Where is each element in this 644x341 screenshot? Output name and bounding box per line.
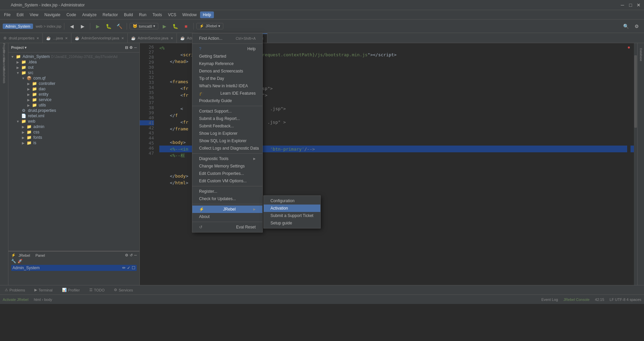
jrebel-btn[interactable]: ⚡ JRebel ▾ [196, 23, 223, 29]
tree-fonts[interactable]: ▶ 📁 fonts [8, 135, 139, 140]
tree-web[interactable]: ▼ 📁 web [8, 119, 139, 124]
toolbar-back[interactable]: ◀ [67, 22, 76, 31]
menu-view[interactable]: View [27, 11, 41, 18]
activate-jrebel[interactable]: Activate JRebel [3, 298, 28, 302]
jrebel-refresh-btn[interactable]: ↺ [130, 253, 133, 257]
menu-code[interactable]: Code [64, 11, 79, 18]
tree-out[interactable]: ▶ 📁 out [8, 65, 139, 70]
tab-close-adminservice[interactable]: ✕ [170, 36, 173, 40]
minimize-button[interactable]: ─ [620, 2, 625, 8]
menu-help[interactable]: Help [200, 11, 214, 18]
tree-druid-label: druid.properties [28, 108, 56, 113]
tree-src[interactable]: ▼ 📁 src [8, 70, 139, 75]
tab-indexjsp[interactable]: 📄 index.jsp ✕ [234, 33, 267, 43]
editor-area[interactable]: 2627282930 3132333435 3637383940 4142434… [140, 43, 637, 285]
tomcat-selector[interactable]: 🐱 tomcat8 ▾ [130, 23, 158, 29]
maximize-button[interactable]: □ [628, 2, 633, 8]
toolbar-debug[interactable]: 🐛 [104, 22, 113, 31]
code-line-47 [159, 186, 635, 193]
bottom-tab-profiler[interactable]: 📊 Profiler [60, 287, 82, 293]
jrebel-tool2[interactable]: 🚀 [18, 259, 23, 264]
code-line-45: </body> [159, 173, 635, 179]
toolbar-forward[interactable]: ▶ [78, 22, 87, 31]
menu-analyze[interactable]: Analyze [79, 11, 99, 18]
jrebel-item-check[interactable]: ✓ [127, 266, 130, 270]
right-icon-database[interactable]: Database [638, 44, 644, 65]
menu-vcs[interactable]: VCS [165, 11, 179, 18]
tree-admin[interactable]: ▶ 📁 admin [8, 124, 139, 129]
run-config-btn[interactable]: ▶ [160, 22, 169, 31]
bottom-tab-terminal[interactable]: ▶ Terminal [32, 287, 55, 293]
jrebel-settings-btn[interactable]: ⚙ [125, 253, 128, 257]
menu-file[interactable]: File [1, 11, 13, 18]
services-label: Services [119, 288, 133, 292]
jrebel-item-edit[interactable]: ✏ [122, 266, 126, 270]
tab-adminservice[interactable]: ☕ AdminService.java ✕ [128, 33, 177, 43]
tab-icon3: ☕ [75, 36, 79, 40]
tab-close-adminloginservlet[interactable]: ✕ [228, 36, 230, 40]
toolbar-sep2 [90, 23, 90, 30]
menu-window[interactable]: Window [180, 11, 199, 18]
scrollbar-track[interactable] [634, 43, 637, 285]
tree-utils[interactable]: ▶ 📁 utils [8, 102, 139, 108]
jrebel-console[interactable]: JRebel Console [564, 298, 590, 302]
profiler-label: Profiler [68, 288, 80, 292]
menu-edit[interactable]: Edit [14, 11, 26, 18]
code-line-44 [159, 166, 635, 173]
menu-navigate[interactable]: Navigate [42, 11, 63, 18]
tree-entity[interactable]: ▶ 📁 entity [8, 92, 139, 97]
toolbar-build[interactable]: 🔨 [115, 22, 124, 31]
tree-root[interactable]: ▼ 📁 Admin_System D:\JavaEE_2104\day-37\E… [8, 54, 139, 59]
tree-is[interactable]: ▶ 📁 is [8, 140, 139, 146]
scrollbar-thumb[interactable] [634, 55, 637, 128]
code-line-36: </f [159, 112, 635, 119]
code-line-39 [159, 132, 635, 139]
menu-refactor[interactable]: Refactor [100, 11, 121, 18]
tree-fonts-label: fonts [33, 135, 42, 140]
tab-close-druid[interactable]: ✕ [36, 36, 39, 40]
tab-druid-properties[interactable]: ⚙ druid.properties ✕ [0, 33, 43, 43]
left-icon-jrebel[interactable]: JRebel [1, 69, 7, 75]
tab-adminloginservlet[interactable]: ☕ AdminLoginServlet.java ✕ [177, 33, 234, 43]
tab-close-adminserviceimpl[interactable]: ✕ [121, 36, 124, 40]
code-line-40: <body> [159, 139, 635, 146]
panel-settings[interactable]: ⚙ [129, 45, 133, 50]
tree-idea[interactable]: ▶ 📁 .idea [8, 59, 139, 65]
tree-druid[interactable]: ▶ ⚙ druid.properties [8, 108, 139, 113]
panel-collapse-all[interactable]: ⊟ [125, 45, 128, 50]
tree-controller[interactable]: ▶ 📁 controller [8, 81, 139, 86]
tab-close-java1[interactable]: ✕ [65, 36, 68, 40]
jrebel-item-toggle[interactable]: ☐ [132, 266, 135, 270]
tree-service[interactable]: ▶ 📁 service [8, 97, 139, 102]
close-button[interactable]: ✕ [636, 2, 641, 8]
stop-btn[interactable]: ■ [181, 22, 191, 31]
bottom-tab-todo[interactable]: ☰ TODO [87, 287, 107, 293]
menu-build[interactable]: Build [121, 11, 136, 18]
project-panel-header: Project ▾ ⊟ ⚙ ─ [8, 43, 139, 53]
menu-run[interactable]: Run [136, 11, 149, 18]
debug-config-btn[interactable]: 🐛 [170, 22, 180, 31]
menu-tools[interactable]: Tools [150, 11, 165, 18]
left-icon-favorites[interactable]: Favorites [1, 61, 7, 67]
code-line-37: <fr .jsp" > [159, 119, 635, 125]
jrebel-minimize-btn[interactable]: ─ [134, 253, 137, 257]
project-label: Admin_System [3, 24, 33, 29]
jrebel-project-item[interactable]: Admin_System ✏ ✓ ☐ [11, 265, 137, 271]
tree-comqf[interactable]: ▼ 📦 com.qf [8, 75, 139, 81]
bottom-tab-problems[interactable]: ⚠ Problems [3, 287, 27, 293]
toolbar-run[interactable]: ▶ [93, 22, 102, 31]
tree-css[interactable]: ▶ 📁 css [8, 129, 139, 135]
jrebel-tool1[interactable]: 🔧 [11, 259, 16, 264]
tab-adminserviceimpl[interactable]: ☕ AdminServiceImpl.java ✕ [71, 33, 128, 43]
panel-minimize[interactable]: ─ [134, 45, 137, 50]
tree-rebel[interactable]: ▶ 📄 rebel.xml [8, 113, 139, 119]
tab-close-indexjsp[interactable]: ✕ [261, 37, 264, 40]
tree-dao[interactable]: ▶ 📁 dao [8, 86, 139, 92]
bottom-tab-services[interactable]: ⚙ Services [112, 287, 135, 293]
search-everywhere-btn[interactable]: 🔍 [621, 22, 631, 31]
settings-btn[interactable]: ⚙ [632, 22, 641, 31]
tab-icon5: ☕ [180, 36, 185, 40]
tab-java1[interactable]: ☕ ...java ✕ [43, 33, 71, 43]
left-icon-web[interactable]: Web [1, 77, 7, 84]
event-log[interactable]: Event Log [541, 298, 558, 302]
